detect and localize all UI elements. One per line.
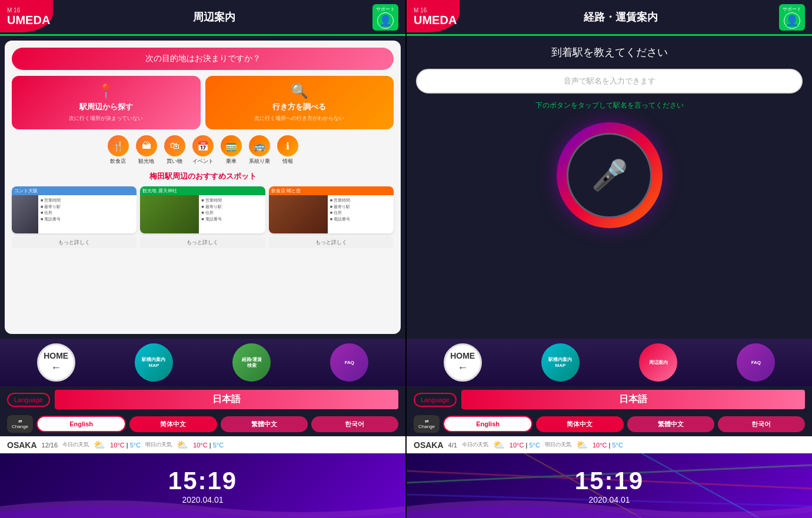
action-buttons-row: 📍 駅周辺から探す 次に行く場所が決まっていない 🔍 行き方を調べる 次に行く場… [12,76,394,129]
right-language-label[interactable]: Language [414,393,457,407]
home-nav-icon-left: HOME ← [37,343,75,382]
right-tomorrow-label: 明日の天気 [545,441,571,449]
info-icon: ℹ [277,135,298,156]
destination-banner: 次の目的地はお決まりですか？ [12,48,394,70]
food-icon: 🍴 [108,135,129,156]
voice-hint: 下のボタンをタップして駅名を言ってください [535,101,684,111]
right-language-current: 日本語 [461,390,805,409]
left-header-title: 周辺案内 [56,10,372,24]
right-support-button[interactable]: サポート 👤 [779,4,805,31]
left-language-bar: Language 日本語 [0,386,405,413]
map-label-right: 駅構内案内MAP [548,357,572,368]
left-today-high: 10°C | 5°C [110,442,141,449]
mic-button[interactable]: 🎤 [557,122,663,228]
right-weather-date: 4/1 [448,442,457,449]
map-nav-left[interactable]: 駅構内案内MAP [135,343,173,382]
category-sightseeing[interactable]: 🏔 観光地 [136,135,157,165]
more-link-2[interactable]: もっと詳しく [140,237,265,248]
faq-label-left: FAQ [345,360,354,366]
train-icon: 🚃 [221,135,242,156]
right-support-label: サポート [783,6,801,12]
spot-card-1[interactable]: コント大阪 ■ 営業時間■ 最寄り駅■ 住所■ 電話番号 [12,186,137,233]
category-icons-row: 🍴 飲食店 🏔 観光地 🛍 買い物 📅 イベント 🚃 [12,135,394,165]
home-label-left: HOME [44,351,68,360]
right-change-button[interactable]: ⇄ Change [414,415,440,433]
left-lang-traditional[interactable]: 繁體中文 [221,416,308,432]
left-tomorrow-label: 明日の天気 [145,441,172,449]
nearby-nav-right[interactable]: 周辺案内 [639,343,677,382]
find-route-sub: 次に行く場所への行き方がわからない [254,115,344,122]
spot-thumb-3 [269,195,328,233]
route-search-icon: 🔍 [291,83,308,99]
left-support-button[interactable]: サポート 👤 [372,4,398,31]
category-event[interactable]: 📅 イベント [192,135,214,165]
find-route-label: 行き方を調べる [272,102,326,112]
food-label: 飲食店 [110,158,126,165]
left-station-number: M 16 [7,7,50,14]
right-header-title: 経路・運賃案内 [462,10,779,24]
faq-nav-left[interactable]: FAQ [330,343,368,382]
find-route-button[interactable]: 🔍 行き方を調べる 次に行く場所への行き方がわからない [205,76,394,129]
left-language-current: 日本語 [55,390,398,409]
left-weather-bar: OSAKA 12/16 今日の天気 ⛅ 10°C | 5°C 明日の天気 ⛅ 1… [0,436,405,453]
right-lang-korean[interactable]: 한국어 [718,416,805,432]
left-header: M 16 UMEDA 周辺案内 サポート 👤 [0,0,405,34]
more-link-3[interactable]: もっと詳しく [269,237,394,248]
mic-icon: 🎤 [591,158,628,192]
left-weather-date: 12/16 [42,442,58,449]
left-language-label[interactable]: Language [7,393,50,407]
spot-image-3: ■ 営業時間■ 最寄り駅■ 住所■ 電話番号 [269,195,394,233]
spot-card-2[interactable]: 観光地 露天神社 ■ 営業時間■ 最寄り駅■ 住所■ 電話番号 [140,186,265,233]
map-nav-right[interactable]: 駅構内案内MAP [541,343,580,382]
bus-icon: 🚌 [249,135,270,156]
left-today-label: 今日の天気 [62,441,89,449]
right-weather-icon-tomorrow: ⛅ [576,439,588,450]
shopping-icon: 🛍 [164,135,185,156]
search-nearby-sub: 次に行く場所が決まっていない [69,115,143,122]
spot-thumb-1 [12,195,38,233]
left-support-label: サポート [376,6,395,12]
right-station-name: UMEDA [414,14,457,27]
more-link-1[interactable]: もっと詳しく [12,237,137,248]
search-nearby-button[interactable]: 📍 駅周辺から探す 次に行く場所が決まっていない [12,76,201,129]
voice-input-box[interactable]: 音声で駅名を入力できます [416,69,803,93]
right-clock-date: 2020.04.01 [588,495,630,504]
category-shopping[interactable]: 🛍 買い物 [164,135,185,165]
left-lang-korean[interactable]: 한국어 [311,416,398,432]
spot-card-3[interactable]: 飲食店 蛸と壺 ■ 営業時間■ 最寄り駅■ 住所■ 電話番号 [269,186,394,233]
right-station-number: M 16 [414,7,457,14]
spot-thumb-2 [140,195,199,233]
category-info[interactable]: ℹ 情報 [277,135,298,165]
right-header: M 16 UMEDA 経路・運賃案内 サポート 👤 [407,0,812,34]
more-links-row: もっと詳しく もっと詳しく もっと詳しく [12,237,394,248]
event-icon: 📅 [192,135,214,156]
right-lang-simplified[interactable]: 简体中文 [536,416,623,432]
right-city: OSAKA [414,440,444,450]
left-lang-english[interactable]: English [36,416,126,432]
category-food[interactable]: 🍴 飲食店 [108,135,129,165]
spots-grid: コント大阪 ■ 営業時間■ 最寄り駅■ 住所■ 電話番号 観光地 露天神社 [12,186,394,233]
right-clock: 15:19 2020.04.01 [407,453,812,518]
spot-tag-1: コント大阪 [12,186,137,195]
right-today-high: 10°C | 5°C [510,442,540,449]
spot-image-1: ■ 営業時間■ 最寄り駅■ 住所■ 電話番号 [12,195,137,233]
right-lang-english[interactable]: English [443,416,533,432]
right-support-icon: 👤 [784,12,800,29]
right-language-bar: Language 日本語 [407,386,812,413]
right-today-label: 今日の天気 [462,441,488,449]
route-title: 到着駅を教えてください [551,45,668,59]
right-lang-traditional[interactable]: 繁體中文 [627,416,714,432]
home-nav-right[interactable]: HOME ← [444,343,482,382]
left-lang-simplified[interactable]: 简体中文 [129,416,217,432]
right-screen: M 16 UMEDA 経路・運賃案内 サポート 👤 到着駅を教えてください 音声… [407,0,812,518]
right-bottom-nav: HOME ← 駅構内案内MAP 周辺案内 FAQ [407,339,812,386]
left-change-button[interactable]: ⇄ Change [7,415,33,433]
route-nav-left[interactable]: 経路/運賃検索 [232,343,271,382]
category-train[interactable]: 🚃 乗車 [221,135,242,165]
faq-nav-right[interactable]: FAQ [737,343,775,382]
home-nav-left[interactable]: HOME ← [37,343,75,382]
shopping-label: 買い物 [167,158,182,165]
category-busline[interactable]: 🚌 系統り乗 [249,135,270,165]
right-lang-options: ⇄ Change English 简体中文 繁體中文 한국어 [407,413,812,436]
left-support-icon: 👤 [377,12,394,29]
